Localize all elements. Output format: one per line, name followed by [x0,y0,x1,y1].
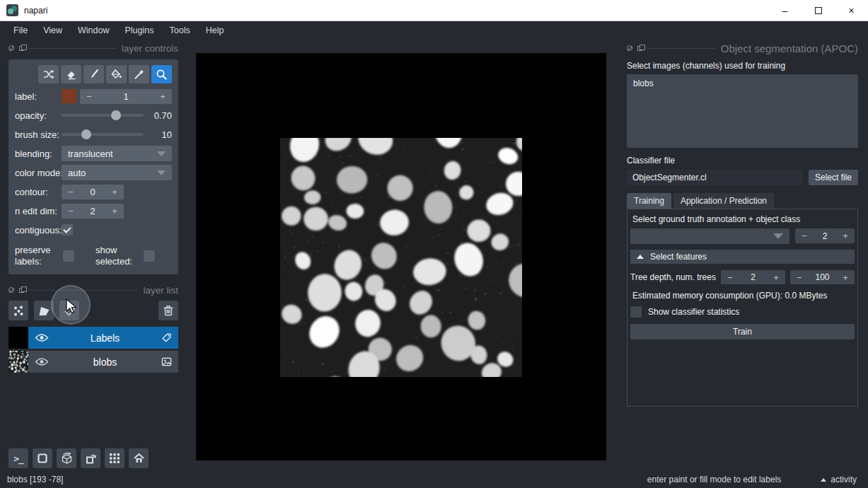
color-mode-dropdown[interactable]: auto [62,165,172,180]
tag-icon [64,305,76,317]
num-trees-decrement-button[interactable]: − [790,272,809,283]
show-classifier-statistics-checkbox[interactable] [630,306,642,318]
n-edit-dim-label: n edit dim: [15,206,62,216]
contour-increment-button[interactable]: + [105,187,124,197]
ground-truth-dropdown[interactable] [630,228,789,244]
dock-hide-icon[interactable] [8,287,14,293]
preserve-labels-checkbox[interactable] [63,250,74,262]
blobs-layer-row-body: blobs [28,351,178,373]
preserve-labels-group: preserve labels: [15,245,74,267]
shuffle-icon [43,69,54,80]
color-mode-row: color mode: auto [15,165,172,180]
delete-layer-button[interactable] [158,301,178,320]
blobs-thumbnail-image [8,351,28,373]
brush-size-slider[interactable] [62,127,144,141]
close-button[interactable]: × [835,0,868,21]
console-icon: >_ [13,453,23,464]
menu-plugins[interactable]: Plugins [117,23,162,38]
points-icon [13,305,25,317]
minimize-button[interactable]: – [768,0,802,21]
train-button[interactable]: Train [630,324,855,339]
n-edit-dim-value[interactable]: 2 [80,206,105,216]
menu-tools[interactable]: Tools [162,23,198,38]
color-picker-button[interactable] [129,65,149,83]
color-mode-label: color mode: [15,168,62,178]
tree-depth-decrement-button[interactable]: − [721,272,739,283]
paint-bucket-icon [110,69,122,80]
activity-toggle[interactable]: activity [821,475,857,484]
blobs-layer-thumbnail [8,351,28,373]
object-class-decrement-button[interactable]: − [795,231,814,241]
blending-dropdown[interactable]: translucent [62,146,172,161]
fill-button[interactable] [106,65,127,83]
list-item[interactable]: blobs [633,79,852,88]
menu-view[interactable]: View [35,23,70,38]
label-increment-button[interactable]: + [154,91,172,102]
slider-handle[interactable] [111,110,121,120]
classifier-file-input[interactable] [627,170,803,185]
new-points-layer-button[interactable] [8,301,28,320]
rotate-3d-button[interactable] [57,448,76,468]
layer-row-labels[interactable]: Labels [8,327,178,349]
new-shapes-layer-button[interactable] [34,301,54,320]
viewer-buttons-row: >_ [8,448,149,468]
transpose-dimensions-button[interactable] [81,448,100,468]
label-color-swatch[interactable] [62,89,76,103]
n-edit-dim-increment-button[interactable]: + [105,206,124,216]
tab-training[interactable]: Training [627,193,671,209]
show-classifier-statistics-label: Show classifier statistics [648,307,739,317]
viewer-canvas[interactable] [196,53,606,460]
select-features-toggle[interactable]: Select features [630,250,855,264]
label-value[interactable]: 1 [98,91,154,102]
dock-float-icon[interactable] [637,46,642,51]
label-decrement-button[interactable]: − [80,91,98,102]
toggle-2d-3d-button[interactable] [33,448,52,468]
n-edit-dim-decrement-button[interactable]: − [62,206,80,216]
home-button[interactable] [129,448,149,468]
menu-window[interactable]: Window [70,23,117,38]
grid-view-button[interactable] [105,448,125,468]
eye-visible-icon[interactable] [35,357,49,366]
object-class-value[interactable]: 2 [814,231,836,241]
dock-hide-icon[interactable] [627,45,632,51]
menu-help[interactable]: Help [198,23,232,38]
new-labels-layer-button[interactable] [59,301,79,320]
console-button[interactable]: >_ [8,448,28,468]
dock-hide-icon[interactable] [8,45,14,51]
blobs-image [280,138,522,377]
num-trees-value[interactable]: 100 [809,272,836,282]
contiguous-row: contiguous: [15,222,172,238]
home-icon [133,453,145,464]
layer-row-blobs[interactable]: blobs [8,351,178,373]
training-tab-pane: Select ground truth annotation + object … [627,209,858,407]
contour-row: contour: − 0 + [15,184,172,199]
dock-float-icon[interactable] [19,288,24,293]
num-trees-increment-button[interactable]: + [836,272,855,283]
plugin-title: Object segmentation (APOC) [721,42,858,54]
tree-depth-label: Tree depth, num. trees [630,272,716,282]
chevron-up-icon [821,478,826,482]
maximize-button[interactable] [802,0,835,21]
divider [647,48,716,49]
eye-visible-icon[interactable] [35,333,49,342]
opacity-slider[interactable] [62,108,144,122]
contour-decrement-button[interactable]: − [62,187,80,197]
napari-logo-icon [6,4,18,16]
erase-button[interactable] [61,65,81,83]
select-file-button[interactable]: Select file [809,170,858,185]
contour-value[interactable]: 0 [80,187,105,197]
dock-float-icon[interactable] [19,46,24,51]
contiguous-checkbox[interactable] [62,224,73,236]
tree-depth-value[interactable]: 2 [739,272,767,282]
brush-size-value: 10 [149,129,172,140]
slider-handle[interactable] [81,129,91,139]
activity-label: activity [831,475,857,484]
tree-depth-increment-button[interactable]: + [767,272,785,283]
show-selected-checkbox[interactable] [144,250,155,262]
object-class-increment-button[interactable]: + [836,231,855,241]
tab-application-prediction[interactable]: Application / Prediction [673,193,774,209]
menu-file[interactable]: File [6,23,35,38]
zoom-button[interactable] [151,65,172,83]
shuffle-colors-button[interactable] [38,65,59,83]
paint-button[interactable] [83,65,104,83]
